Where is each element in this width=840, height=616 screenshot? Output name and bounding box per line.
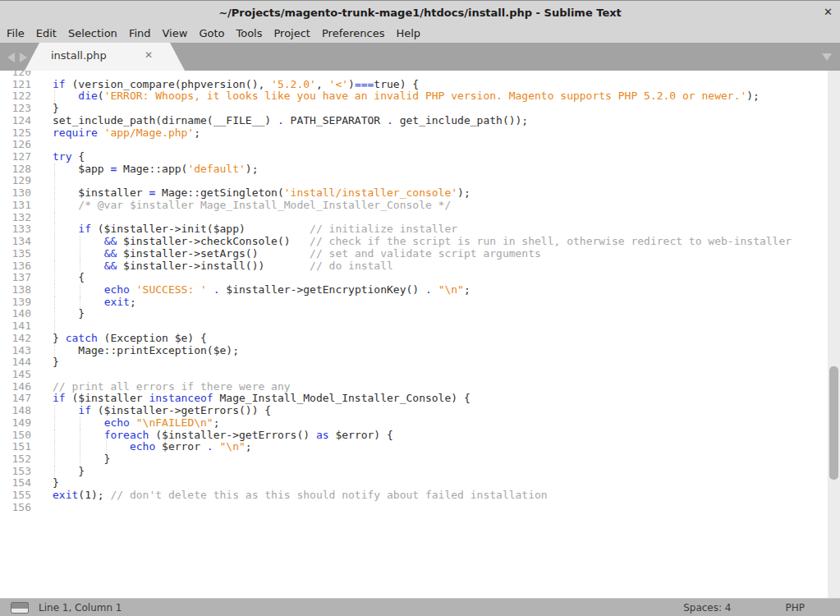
code-line[interactable]: 144} — [0, 356, 828, 369]
scrollbar-thumb[interactable] — [829, 366, 838, 480]
code-line[interactable]: 132 — [0, 212, 828, 224]
code-line[interactable]: 156 — [0, 502, 828, 514]
line-number: 149 — [0, 417, 31, 430]
indent-guide — [54, 212, 55, 224]
code-text: $installer = Mage::getSingleton('install… — [53, 187, 470, 200]
line-number: 140 — [0, 308, 31, 320]
code-line[interactable]: 148 if ($installer->getErrors()) { — [0, 405, 828, 417]
menu-item-selection[interactable]: Selection — [62, 27, 123, 39]
code-text: echo $error . "\n"; — [53, 441, 252, 453]
code-line[interactable]: 121if (version_compare(phpversion(), '5.… — [0, 79, 828, 91]
code-text: foreach ($installer->getErrors() as $err… — [53, 430, 393, 442]
tab-overflow-icon[interactable] — [822, 53, 832, 61]
code-text: } — [53, 356, 59, 369]
code-line[interactable]: 153 } — [0, 466, 828, 478]
scrollbar-track[interactable] — [828, 71, 840, 598]
line-number: 153 — [0, 466, 31, 478]
code-line[interactable]: 129 — [0, 175, 828, 187]
menu-item-goto[interactable]: Goto — [193, 27, 230, 39]
code-line[interactable]: 134 && $installer->checkConsole() // che… — [0, 236, 828, 248]
menu-item-find[interactable]: Find — [123, 27, 157, 39]
code-text: } — [53, 477, 59, 490]
code-line[interactable]: 127try { — [0, 151, 828, 163]
code-line[interactable]: 142} catch (Exception $e) { — [0, 333, 828, 345]
tab-nav-forward-icon[interactable] — [20, 53, 27, 62]
code-line[interactable]: 123} — [0, 103, 828, 115]
code-line[interactable]: 147if ($installer instanceof Mage_Instal… — [0, 393, 828, 405]
menu-item-preferences[interactable]: Preferences — [316, 27, 390, 39]
indent-guide — [54, 175, 55, 187]
code-text: $app = Mage::app('default'); — [53, 163, 258, 176]
code-line[interactable]: 155exit(1); // don't delete this as this… — [0, 490, 828, 502]
code-line[interactable]: 139 exit; — [0, 297, 828, 309]
line-number: 135 — [0, 248, 31, 260]
line-number: 122 — [0, 90, 31, 103]
line-number: 145 — [0, 369, 31, 381]
code-line[interactable]: 122 die('ERROR: Whoops, it looks like yo… — [0, 90, 828, 103]
line-number: 152 — [0, 453, 31, 466]
code-text: set_include_path(dirname(__FILE__) . PAT… — [53, 115, 528, 127]
status-indentation[interactable]: Spaces: 4 — [683, 602, 731, 614]
code-line[interactable]: 151 echo $error . "\n"; — [0, 441, 828, 453]
code-line[interactable]: 138 echo 'SUCCESS: ' . $installer->getEn… — [0, 284, 828, 297]
code-text: exit; — [53, 297, 136, 309]
status-syntax[interactable]: PHP — [786, 602, 806, 614]
code-line[interactable]: 137 { — [0, 272, 828, 284]
line-number: 132 — [0, 212, 31, 224]
code-line[interactable]: 141 — [0, 320, 828, 333]
status-panel-icon — [11, 602, 29, 614]
menu-item-edit[interactable]: Edit — [30, 27, 62, 39]
window-close-button[interactable]: ✕ — [824, 6, 833, 19]
line-number: 154 — [0, 477, 31, 490]
code-text: if ($installer->getErrors()) { — [53, 405, 271, 417]
tab-nav-back-icon[interactable] — [7, 53, 15, 62]
line-number: 128 — [0, 163, 31, 176]
code-line[interactable]: 136 && $installer->install()) // do inst… — [0, 260, 828, 273]
code-line[interactable]: 124set_include_path(dirname(__FILE__) . … — [0, 115, 828, 127]
indent-guide — [54, 320, 55, 333]
code-text: exit(1); // don't delete this as this sh… — [53, 490, 548, 502]
editor[interactable]: 120121if (version_compare(phpversion(), … — [0, 71, 828, 598]
line-number: 146 — [0, 381, 31, 393]
code-line[interactable]: 140 } — [0, 308, 828, 320]
code-line[interactable]: 133 if ($installer->init($app) // initia… — [0, 223, 828, 236]
line-number: 125 — [0, 127, 31, 140]
line-number: 138 — [0, 284, 31, 297]
code-text: /* @var $installer Mage_Install_Model_In… — [53, 200, 451, 212]
line-number: 148 — [0, 405, 31, 417]
code-line[interactable]: 126 — [0, 139, 828, 151]
menu-item-tools[interactable]: Tools — [230, 27, 268, 39]
line-number: 127 — [0, 151, 31, 163]
code-text: echo 'SUCCESS: ' . $installer->getEncryp… — [53, 284, 470, 297]
code-line[interactable]: 146// print all errors if there were any — [0, 381, 828, 393]
code-line[interactable]: 125require 'app/Mage.php'; — [0, 127, 828, 140]
line-number: 144 — [0, 356, 31, 369]
menu-item-help[interactable]: Help — [390, 27, 426, 39]
code-text: if ($installer instanceof Mage_Install_M… — [53, 393, 470, 405]
line-number: 143 — [0, 345, 31, 357]
tab-install-php[interactable]: install.php ✕ — [25, 43, 185, 71]
tab-close-icon[interactable]: ✕ — [145, 49, 153, 61]
line-number: 136 — [0, 260, 31, 273]
code-line[interactable]: 152 } — [0, 453, 828, 466]
code-line[interactable]: 154} — [0, 477, 828, 490]
code-line[interactable]: 135 && $installer->setArgs() // set and … — [0, 248, 828, 260]
code-line[interactable]: 130 $installer = Mage::getSingleton('ins… — [0, 187, 828, 200]
code-line[interactable]: 150 foreach ($installer->getErrors() as … — [0, 430, 828, 442]
menu-item-project[interactable]: Project — [268, 27, 315, 39]
line-number: 121 — [0, 79, 31, 91]
line-number: 150 — [0, 430, 31, 442]
code-line[interactable]: 143 Mage::printException($e); — [0, 345, 828, 357]
menu-item-file[interactable]: File — [1, 27, 30, 39]
code-text: try { — [53, 151, 85, 163]
code-text: } catch (Exception $e) { — [53, 333, 207, 345]
menu-item-view[interactable]: View — [157, 27, 194, 39]
line-number: 134 — [0, 236, 31, 248]
code-line[interactable]: 131 /* @var $installer Mage_Install_Mode… — [0, 200, 828, 212]
status-cursor-position: Line 1, Column 1 — [39, 602, 122, 614]
code-line[interactable]: 149 echo "\nFAILED\n"; — [0, 417, 828, 430]
code-line[interactable]: 145 — [0, 369, 828, 381]
code-text: { — [53, 272, 85, 284]
code-line[interactable]: 128 $app = Mage::app('default'); — [0, 163, 828, 176]
title-bar: ~/Projects/magento-trunk-mage1/htdocs/in… — [0, 0, 840, 24]
